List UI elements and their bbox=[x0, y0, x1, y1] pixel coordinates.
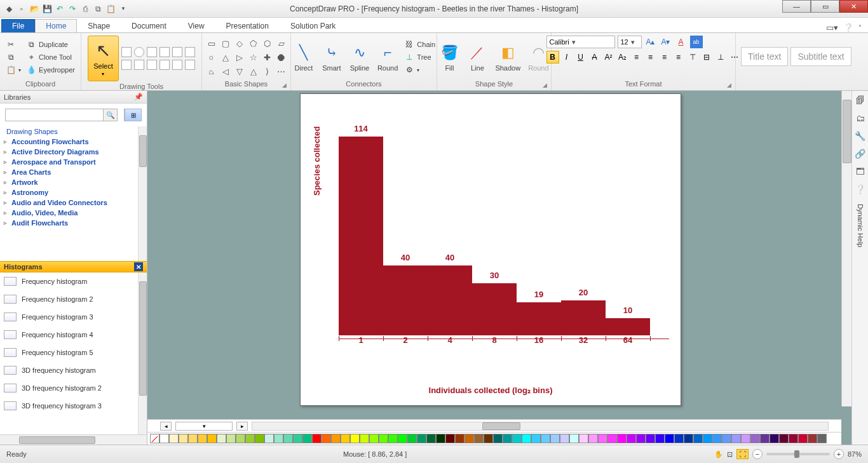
minimize-ribbon-icon[interactable]: ˄ bbox=[858, 24, 862, 31]
chain-button[interactable]: ⛓Chain bbox=[403, 39, 437, 50]
close-button[interactable]: ✕ bbox=[839, 0, 868, 13]
shape-style-dialog[interactable]: ◢ bbox=[543, 82, 549, 88]
node-tool[interactable] bbox=[134, 60, 144, 70]
align-right-button[interactable]: ≡ bbox=[658, 51, 671, 64]
shadow-button[interactable]: ◧Shadow bbox=[492, 41, 523, 73]
color-swatch[interactable] bbox=[322, 434, 331, 443]
floating-panel-icon[interactable]: 🗔 bbox=[855, 166, 866, 177]
color-swatch[interactable] bbox=[741, 434, 750, 443]
color-swatch[interactable] bbox=[607, 434, 617, 443]
align-justify-button[interactable]: ≡ bbox=[672, 51, 685, 64]
color-swatch[interactable] bbox=[617, 434, 627, 443]
tree-item[interactable]: Artwork bbox=[0, 177, 138, 187]
smart-connector-button[interactable]: ⤷Smart bbox=[319, 41, 344, 73]
color-swatch[interactable] bbox=[693, 434, 703, 443]
save-icon[interactable]: 💾 bbox=[42, 4, 52, 14]
color-swatch[interactable] bbox=[207, 434, 217, 443]
dynamic-help-tab[interactable]: Dynamic Help bbox=[857, 204, 864, 247]
round-connector-button[interactable]: ⌐Round bbox=[375, 41, 400, 73]
color-swatch[interactable] bbox=[503, 434, 512, 443]
color-swatch[interactable] bbox=[627, 434, 636, 443]
tree-item[interactable]: Audio, Video, Media bbox=[0, 208, 138, 218]
subscript-button[interactable]: A₂ bbox=[616, 51, 629, 64]
color-swatch[interactable] bbox=[436, 434, 445, 443]
tab-file[interactable]: File bbox=[1, 19, 35, 32]
shape-star[interactable]: ☆ bbox=[248, 51, 259, 63]
color-swatch[interactable] bbox=[541, 434, 550, 443]
basic-shapes-dialog[interactable]: ◢ bbox=[282, 82, 288, 88]
color-swatch[interactable] bbox=[341, 434, 350, 443]
color-swatch[interactable] bbox=[226, 434, 236, 443]
shape-rect[interactable]: ▭ bbox=[206, 37, 217, 49]
color-swatch[interactable] bbox=[407, 434, 417, 443]
window-options-icon[interactable]: ▭▾ bbox=[826, 23, 838, 32]
color-swatch[interactable] bbox=[750, 434, 760, 443]
template-item[interactable]: 3D frequency histogram 3 bbox=[0, 397, 138, 415]
direct-connector-button[interactable]: ╲Direct bbox=[291, 41, 316, 73]
paste-icon[interactable]: 📋 bbox=[105, 4, 116, 14]
color-swatch[interactable] bbox=[236, 434, 245, 443]
color-swatch[interactable] bbox=[369, 434, 379, 443]
bar[interactable]: 19 bbox=[517, 302, 561, 335]
color-swatch[interactable] bbox=[684, 434, 693, 443]
color-swatch[interactable] bbox=[646, 434, 655, 443]
color-swatch[interactable] bbox=[531, 434, 541, 443]
tree-item[interactable]: Area Charts bbox=[0, 167, 138, 177]
maximize-button[interactable]: ▭ bbox=[811, 0, 839, 13]
bar[interactable]: 40 bbox=[383, 265, 428, 335]
color-swatch[interactable] bbox=[798, 434, 808, 443]
close-section-icon[interactable]: ✕ bbox=[134, 262, 143, 271]
tab-document[interactable]: Document bbox=[121, 19, 177, 32]
shape-hexagon[interactable]: ⬡ bbox=[262, 37, 273, 49]
tree-item[interactable]: Accounting Flowcharts bbox=[0, 137, 138, 147]
paste-button[interactable]: 📋▾ bbox=[4, 64, 22, 76]
qat-dropdown-icon[interactable]: ▼ bbox=[118, 4, 128, 14]
zoom-in-button[interactable]: + bbox=[834, 449, 844, 459]
shape-arrow-l[interactable]: ◁ bbox=[220, 65, 231, 77]
open-icon[interactable]: 📂 bbox=[29, 4, 39, 14]
color-swatch[interactable] bbox=[770, 434, 779, 443]
template-item[interactable]: Frequency histogram 4 bbox=[0, 326, 138, 344]
align-left-button[interactable]: ≡ bbox=[630, 51, 643, 64]
shape-chevron[interactable]: ⟩ bbox=[262, 65, 273, 77]
color-swatch[interactable] bbox=[703, 434, 712, 443]
canvas-vscrollbar[interactable] bbox=[841, 91, 851, 406]
color-swatch[interactable] bbox=[789, 434, 798, 443]
shape-triangle[interactable]: △ bbox=[220, 51, 231, 63]
cut-button[interactable]: ✂ bbox=[4, 39, 22, 50]
copy-icon[interactable]: ⧉ bbox=[93, 4, 103, 14]
color-swatch[interactable] bbox=[779, 434, 789, 443]
color-swatch[interactable] bbox=[360, 434, 369, 443]
color-swatch[interactable] bbox=[560, 434, 569, 443]
strike-button[interactable]: A bbox=[588, 51, 601, 64]
shape-octagon[interactable]: ⯃ bbox=[276, 51, 287, 63]
fit-page-icon[interactable]: ⛶ bbox=[736, 449, 749, 459]
redo-icon[interactable]: ↷ bbox=[67, 4, 78, 14]
rotate-tool[interactable] bbox=[159, 60, 170, 70]
poly-tool[interactable] bbox=[185, 47, 195, 57]
select-tool-button[interactable]: ↖ Select ▾ bbox=[88, 36, 119, 81]
color-swatch[interactable] bbox=[484, 434, 493, 443]
pin-icon[interactable]: 📌 bbox=[134, 93, 143, 101]
tab-presentation[interactable]: Presentation bbox=[215, 19, 280, 32]
valign-bot-button[interactable]: ⊥ bbox=[714, 51, 727, 64]
template-item[interactable]: Frequency histogram bbox=[0, 272, 138, 290]
undo-icon[interactable]: ↶ bbox=[55, 4, 65, 14]
color-swatch[interactable] bbox=[808, 434, 817, 443]
bar[interactable]: 20 bbox=[561, 300, 606, 335]
line-tool[interactable] bbox=[147, 47, 157, 57]
bar[interactable]: 30 bbox=[472, 283, 517, 336]
pages-panel-icon[interactable]: 🗐 bbox=[855, 95, 866, 106]
color-swatch[interactable] bbox=[522, 434, 531, 443]
template-item[interactable]: Frequency histogram 5 bbox=[0, 344, 138, 361]
tab-shape[interactable]: Shape bbox=[77, 19, 121, 32]
grow-font-button[interactable]: A▴ bbox=[644, 36, 657, 48]
color-swatch[interactable] bbox=[293, 434, 302, 443]
color-swatch[interactable] bbox=[674, 434, 684, 443]
print-icon[interactable]: ⎙ bbox=[80, 4, 90, 14]
color-swatch[interactable] bbox=[445, 434, 455, 443]
color-swatch[interactable] bbox=[188, 434, 198, 443]
hyperlinks-panel-icon[interactable]: 🔗 bbox=[855, 148, 866, 159]
zoom-slider[interactable] bbox=[766, 453, 830, 455]
rect-tool[interactable] bbox=[121, 47, 132, 57]
